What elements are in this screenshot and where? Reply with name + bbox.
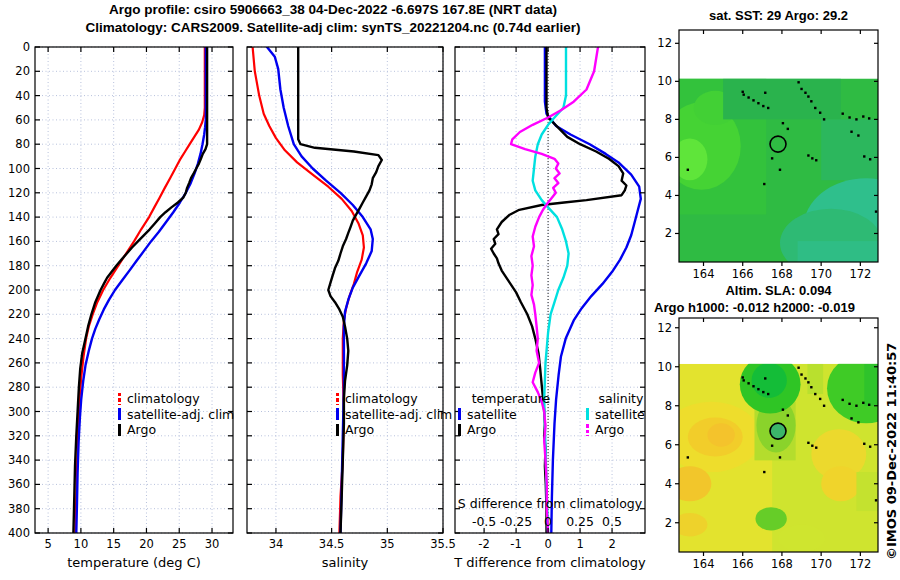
legend-item: climatology [336, 391, 452, 407]
legend-line-sample-icon [586, 424, 589, 436]
map-x-tick-label: 172 [849, 557, 871, 571]
depth-tick-label: 200 [8, 283, 30, 297]
no-data-band [679, 318, 878, 364]
panel-salinity-profile: 3434.53535.5 [247, 47, 456, 551]
x-tick-label: 20 [139, 537, 154, 551]
depth-tick-label: 0 [23, 40, 30, 54]
legend-item: satellite [586, 407, 656, 423]
panel-sst-map: 16416616817017224681012 [657, 30, 900, 281]
x-tick-labels: 51015202530 [44, 537, 219, 551]
map-y-tick-label: 8 [665, 112, 672, 126]
s-axis-tick-label: 0.25 [566, 514, 594, 529]
legend-label: satellite [595, 407, 645, 423]
map-x-tick-label: 170 [810, 267, 832, 281]
legend-diff-salinity: salinity satelliteArgo [586, 391, 656, 438]
depth-tick-label: 400 [8, 526, 30, 540]
xlabel-temperature: temperature (deg C) [34, 555, 234, 570]
map-y-tick-label: 4 [665, 188, 672, 202]
map-x-tick-label: 164 [693, 557, 715, 571]
map-y-tick-label: 4 [665, 477, 672, 491]
map-y-tick-label: 6 [665, 438, 672, 452]
depth-tick-label: 300 [8, 405, 30, 419]
s-axis-tick-labels: -0.5-0.2500.250.5 [472, 514, 622, 529]
xlabel-salinity: salinity [245, 555, 445, 570]
depth-tick-label: 140 [8, 210, 30, 224]
x-tick-label: 0 [544, 537, 551, 551]
legend-line-sample-icon [118, 424, 121, 436]
legend-item: satellite-adj. clim [118, 407, 234, 423]
depth-tick-label: 320 [8, 429, 30, 443]
depth-tick-label: 280 [8, 380, 30, 394]
x-tick-label: 30 [205, 537, 220, 551]
s-axis-tick-label: -0.25 [500, 514, 532, 529]
legend-label: climatology [127, 391, 200, 407]
figure-subtitle: Climatology: CARS2009. Satellite-adj cli… [0, 20, 666, 35]
map-y-tick-label: 2 [665, 516, 672, 530]
depth-tick-label: 100 [8, 162, 30, 176]
legend-line-sample-icon [118, 408, 121, 420]
x-tick-labels: 3434.53535.5 [269, 537, 456, 551]
depth-tick-label: 180 [8, 259, 30, 273]
legend-line-sample-icon [458, 424, 461, 436]
x-tick-label: -1 [510, 537, 521, 551]
x-tick-label: 35 [380, 537, 395, 551]
map-y-tick-label: 10 [657, 360, 672, 374]
imos-watermark: ©IMOS 09-Dec-2022 11:40:57 [884, 343, 899, 560]
legend-salinity-panel: climatologysatellite-adj. climArgo [336, 391, 452, 438]
sla-map-subtitle: Argo h1000: -0.012 h2000: -0.019 [654, 300, 855, 315]
legend-temperature-panel: climatologysatellite-adj. climArgo [118, 391, 234, 438]
legend-item: satellite-adj. clim [336, 407, 452, 423]
panel-difference-profile: -2-1012-0.5-0.2500.250.5 [455, 47, 645, 551]
map-x-tick-labels: 164166168170172 [693, 557, 872, 571]
legend-item: Argo [118, 422, 234, 438]
x-tick-label: 34 [269, 537, 284, 551]
x-tick-label: -2 [478, 537, 489, 551]
x-tick-label: 5 [44, 537, 51, 551]
map-x-tick-label: 164 [693, 267, 715, 281]
legend-item: climatology [118, 391, 234, 407]
map-y-tick-label: 8 [665, 399, 672, 413]
legend-label: Argo [345, 422, 374, 438]
s-axis-tick-label: 0.5 [602, 514, 622, 529]
map-x-tick-label: 166 [732, 267, 754, 281]
depth-tick-label: 220 [8, 307, 30, 321]
legend-diff-salinity-header: salinity [586, 391, 656, 407]
legend-line-sample-icon [336, 393, 339, 405]
map-y-tick-label: 2 [665, 226, 672, 240]
legend-label: Argo [467, 422, 496, 438]
legend-line-sample-icon [586, 408, 589, 420]
x-tick-label: 35.5 [430, 537, 456, 551]
legend-line-sample-icon [336, 424, 339, 436]
sla-map-title: Altim. SLA: 0.094 [679, 283, 878, 298]
legend-item: satellite [458, 407, 564, 423]
x-tick-label: 2 [608, 537, 615, 551]
depth-tick-label: 20 [15, 64, 30, 78]
x-tick-label: 10 [74, 537, 89, 551]
map-x-tick-label: 166 [732, 557, 754, 571]
map-x-tick-label: 168 [771, 267, 793, 281]
map-area-sst-map [662, 30, 900, 277]
depth-tick-labels: 0204060801001201401601802002202402602803… [8, 40, 30, 540]
legend-line-sample-icon [118, 393, 121, 405]
map-x-tick-labels: 164166168170172 [693, 267, 872, 281]
s-axis-tick-label: 0 [544, 514, 552, 529]
panel-temperature-profile: 5101520253002040608010012014016018020022… [8, 40, 233, 551]
map-y-tick-label: 10 [657, 74, 672, 88]
legend-label: satellite-adj. clim [127, 407, 234, 423]
legend-line-sample-icon [336, 408, 339, 420]
figure-root: 5101520253002040608010012014016018020022… [0, 0, 900, 580]
depth-tick-label: 160 [8, 234, 30, 248]
xlabel-t-difference: T difference from climatology [450, 555, 650, 570]
x-tick-label: 15 [106, 537, 121, 551]
map-x-tick-label: 170 [810, 557, 832, 571]
depth-tick-label: 360 [8, 477, 30, 491]
map-x-tick-label: 168 [771, 557, 793, 571]
x-tick-labels: -2-1012 [478, 537, 615, 551]
float-location-marker [770, 423, 786, 439]
label-s-difference: S difference from climatology [452, 496, 648, 511]
legend-item: Argo [586, 422, 656, 438]
legend-line-sample-icon [458, 408, 461, 420]
depth-tick-label: 120 [8, 186, 30, 200]
sst-map-title: sat. SST: 29 Argo: 29.2 [679, 8, 878, 23]
legend-diff-temperature-header: temperature [458, 391, 564, 407]
